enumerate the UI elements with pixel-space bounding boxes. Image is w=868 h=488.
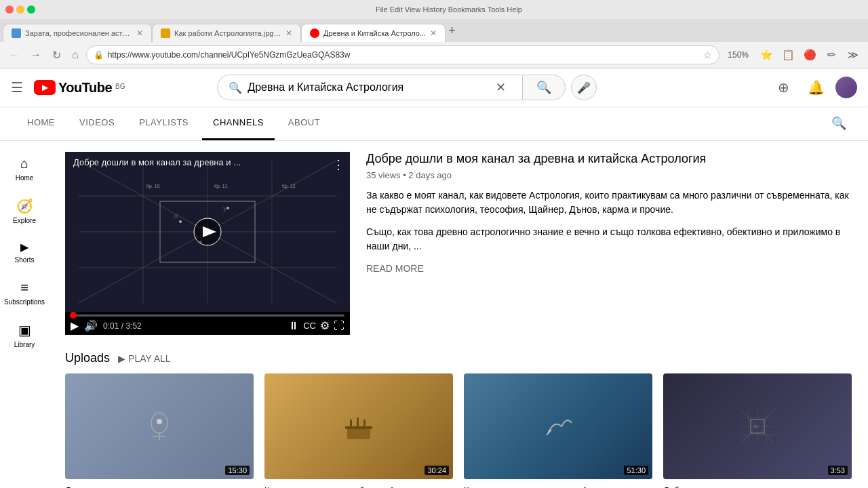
browser-tab-3[interactable]: Древна и Китайска Астроло... ✕ — [301, 24, 446, 42]
video-description: Добре дошли в моя канал за древна и кита… — [366, 152, 852, 335]
svg-rect-26 — [350, 420, 352, 426]
video-card-3[interactable]: 51:30 Кратка история на древната Астроло… — [464, 373, 652, 488]
player-visual: ☉ ☽ ♂ Кр. 10 Кр. 11 Кр. 12 — [65, 152, 350, 312]
read-more-button[interactable]: READ MORE — [366, 263, 424, 274]
window-controls[interactable] — [5, 5, 35, 14]
back-button[interactable]: ← — [5, 47, 23, 62]
voice-search-button[interactable]: 🎤 — [571, 75, 597, 100]
browser-icon-3[interactable]: 🔴 — [800, 45, 819, 64]
play-all-button[interactable]: ▶ PLAY ALL — [118, 353, 171, 364]
sidebar-item-subscriptions[interactable]: ≡ Subscriptions — [0, 270, 49, 312]
sidebar-item-explore[interactable]: 🧭 Explore — [0, 188, 49, 231]
video-card-1[interactable]: 15:30 Легендата за проклятието над астро… — [65, 373, 254, 488]
browser-chrome: File Edit View History Bookmarks Tools H… — [0, 0, 868, 68]
uploads-header: Uploads ▶ PLAY ALL — [65, 351, 852, 365]
captions-button[interactable]: CC — [303, 319, 316, 332]
uploads-title: Uploads — [65, 351, 110, 365]
create-icon: ⊕ — [778, 79, 789, 96]
sidebar-label-library: Library — [14, 341, 35, 348]
notifications-button[interactable]: 🔔 — [803, 74, 830, 101]
time-display: 0:01 / 3:52 — [103, 321, 142, 331]
browser-tabs: Зарата, професионален астр... ✕ Как рабо… — [0, 19, 868, 42]
lock-icon: 🔒 — [94, 50, 104, 60]
svg-text:Кр. 11: Кр. 11 — [214, 184, 228, 189]
yt-logo-text: YouTube — [58, 80, 112, 96]
yt-header: ☰ YouTube BG 🔍 ✕ 🔍 🎤 ⊕ 🔔 — [0, 68, 868, 106]
browser-icon-2[interactable]: 📋 — [778, 45, 797, 64]
progress-bar[interactable] — [71, 314, 344, 317]
tab-playlists[interactable]: PLAYLISTS — [128, 106, 199, 140]
thumb-image-1 — [65, 373, 254, 479]
minimize-button[interactable] — [16, 5, 24, 14]
sidebar-item-library[interactable]: ▣ Library — [0, 312, 49, 355]
browser-icon-1[interactable]: ⭐ — [757, 45, 776, 64]
player-wrapper[interactable]: ☉ ☽ ♂ Кр. 10 Кр. 11 Кр. 12 — [65, 152, 350, 312]
yt-logo[interactable]: YouTube BG — [34, 80, 125, 96]
tab-favicon-3 — [310, 28, 319, 38]
videos-grid: 15:30 Легендата за проклятието над астро… — [65, 373, 852, 488]
description-para-2: Също, как това древно астрологично знани… — [366, 225, 852, 253]
thumb-visual-4: ☉ — [741, 409, 774, 443]
browser-toolbar: ← → ↻ ⌂ 🔒 https://www.youtube.com/channe… — [0, 42, 868, 68]
video-card-2[interactable]: 30:24 Кратка история на китайската Астро… — [264, 373, 453, 488]
svg-point-24 — [157, 419, 162, 424]
player-more-icon[interactable]: ⋮ — [332, 157, 344, 172]
player-controls[interactable]: ▶ 🔊 0:01 / 3:52 ⏸ CC ⚙ — [65, 312, 350, 335]
search-clear-icon[interactable]: ✕ — [490, 80, 511, 95]
browser-icon-4[interactable]: ✏ — [822, 45, 841, 64]
tab-close-1[interactable]: ✕ — [136, 28, 143, 38]
thumb-visual-1 — [142, 409, 176, 443]
yt-search-input-wrap[interactable]: 🔍 ✕ — [217, 75, 522, 100]
close-button[interactable] — [5, 5, 14, 14]
tab-channels[interactable]: CHANNELS — [202, 106, 275, 140]
thumb-visual-3 — [541, 409, 575, 443]
play-pause-button[interactable]: ▶ — [71, 319, 79, 332]
tab-about[interactable]: ABOUT — [277, 106, 331, 140]
tab-videos[interactable]: VIDEOS — [68, 106, 125, 140]
play-all-icon: ▶ — [118, 353, 125, 364]
tab-favicon-1 — [12, 28, 21, 38]
fullscreen-button[interactable]: ⛶ — [334, 319, 344, 332]
bell-icon: 🔔 — [808, 79, 825, 96]
video-title-1: Легендата за проклятието над астролозите — [65, 485, 254, 488]
video-card-4[interactable]: ☉ 3:53 Добре дошли в моя канал за древна… — [663, 373, 852, 488]
thumb-image-4: ☉ — [663, 373, 852, 479]
refresh-button[interactable]: ↻ — [49, 47, 64, 63]
tab-title-2: Как работи Астрологията.jpg (JPE... — [174, 29, 281, 37]
pause-button[interactable]: ⏸ — [288, 319, 299, 332]
maximize-button[interactable] — [27, 5, 35, 14]
create-button[interactable]: ⊕ — [770, 74, 797, 101]
tab-favicon-2 — [161, 28, 170, 38]
sidebar-label-shorts: Shorts — [15, 256, 35, 264]
description-meta: 35 views • 2 days ago — [366, 170, 852, 180]
sidebar-item-home[interactable]: ⌂ Home — [0, 146, 49, 188]
search-input[interactable] — [248, 81, 490, 94]
browser-icon-5[interactable]: ≫ — [844, 45, 863, 64]
channel-search-icon[interactable]: 🔍 — [826, 110, 852, 136]
yt-sidebar: ⌂ Home 🧭 Explore ▶ Shorts ≡ Subscription… — [0, 141, 49, 488]
home-button[interactable]: ⌂ — [68, 47, 82, 62]
explore-icon: 🧭 — [16, 198, 33, 214]
thumb-image-3 — [464, 373, 652, 479]
time-current: 0:01 — [103, 321, 119, 331]
video-title-3: Кратка история на древната Астрология — [464, 485, 652, 488]
search-button[interactable]: 🔍 — [522, 75, 566, 100]
user-avatar[interactable] — [835, 77, 857, 98]
hamburger-menu-icon[interactable]: ☰ — [11, 79, 23, 96]
url-bar[interactable]: 🔒 https://www.youtube.com/channel/UCpIYe… — [86, 45, 720, 64]
sidebar-item-shorts[interactable]: ▶ Shorts — [0, 231, 49, 270]
forward-button[interactable]: → — [27, 47, 45, 62]
tab-close-2[interactable]: ✕ — [285, 28, 292, 38]
tab-close-3[interactable]: ✕ — [430, 28, 437, 38]
svg-point-11 — [226, 207, 229, 209]
browser-tab-1[interactable]: Зарата, професионален астр... ✕ — [3, 24, 152, 42]
volume-button[interactable]: 🔊 — [84, 319, 98, 332]
video-duration-2: 30:24 — [425, 466, 449, 475]
tab-home[interactable]: HOME — [16, 106, 66, 140]
url-text: https://www.youtube.com/channel/UCpIYe5N… — [108, 50, 700, 60]
bookmark-star-icon[interactable]: ☆ — [703, 49, 712, 60]
settings-button[interactable]: ⚙ — [320, 319, 330, 332]
browser-tab-2[interactable]: Как работи Астрологията.jpg (JPE... ✕ — [152, 24, 301, 42]
player-chart-svg: ☉ ☽ ♂ Кр. 10 Кр. 11 Кр. 12 — [79, 161, 336, 303]
new-tab-button[interactable]: + — [448, 24, 456, 38]
